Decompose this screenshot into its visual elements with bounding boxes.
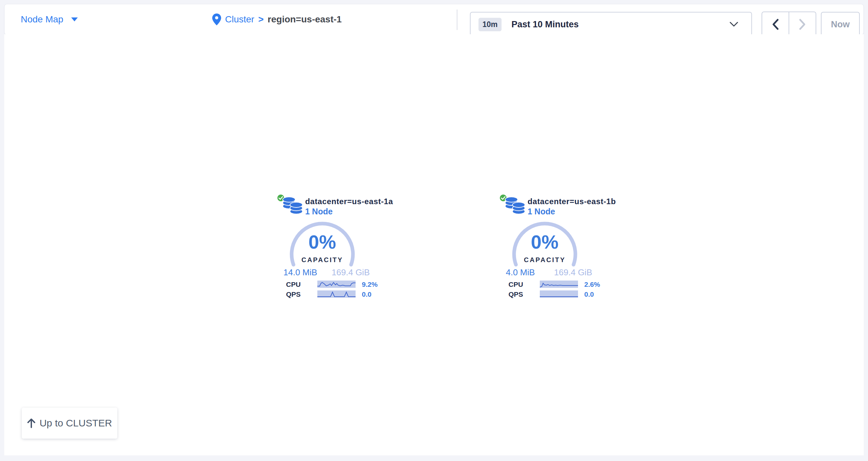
breadcrumb: Cluster > region=us-east-1	[212, 4, 342, 35]
chevron-right-icon	[798, 18, 807, 31]
capacity-gauge-arc	[508, 218, 581, 290]
qps-stat-row: QPS 0.0	[283, 290, 382, 298]
now-button[interactable]: Now	[821, 12, 860, 37]
view-selector-label[interactable]: Node Map	[21, 14, 63, 25]
qps-label: QPS	[286, 290, 301, 298]
cpu-stat-row: CPU 2.6%	[506, 281, 605, 289]
caret-down-icon	[71, 18, 78, 22]
up-to-cluster-label: Up to CLUSTER	[39, 418, 112, 429]
capacity-gauge-arc	[286, 218, 359, 290]
time-prev-button[interactable]	[762, 12, 788, 37]
cpu-label: CPU	[286, 281, 301, 289]
chevron-left-icon	[771, 18, 780, 31]
qps-stat-row: QPS 0.0	[506, 290, 605, 298]
capacity-total: 169.4 GiB	[554, 267, 592, 277]
top-bar: Node Map Cluster > region=us-east-1 10m …	[4, 4, 864, 35]
capacity-values: 4.0 MiB 169.4 GiB	[506, 267, 592, 277]
topbar-divider	[457, 9, 457, 30]
locality-node-count[interactable]: 1 Node	[528, 207, 555, 216]
cpu-sparkline	[317, 281, 355, 288]
chevron-down-icon	[730, 22, 738, 27]
cpu-label: CPU	[508, 281, 523, 289]
capacity-percent: 0%	[286, 232, 359, 252]
breadcrumb-cluster-link[interactable]: Cluster	[225, 14, 254, 25]
database-stack-icon	[282, 195, 303, 216]
location-pin-icon	[212, 13, 221, 25]
locality-title: datacenter=us-east-1a	[305, 197, 393, 206]
up-to-cluster-button[interactable]: Up to CLUSTER	[22, 408, 117, 439]
qps-label: QPS	[508, 290, 523, 298]
qps-sparkline	[540, 290, 578, 298]
node-map-page: Node Map Cluster > region=us-east-1 10m …	[0, 0, 868, 461]
locality-us-east-1b[interactable]: datacenter=us-east-1b 1 Node 0% CAPACITY…	[492, 193, 601, 305]
database-stack-icon	[504, 195, 526, 216]
locality-node-count[interactable]: 1 Node	[305, 207, 333, 216]
node-map-canvas: datacenter=us-east-1a 1 Node 0% CAPACITY…	[4, 34, 864, 455]
capacity-percent: 0%	[508, 232, 581, 252]
time-range-dropdown[interactable]: 10m Past 10 Minutes	[470, 12, 752, 37]
time-next-button[interactable]	[788, 12, 816, 37]
qps-value: 0.0	[584, 290, 594, 298]
cpu-value: 2.6%	[584, 281, 600, 289]
qps-value: 0.0	[362, 290, 371, 298]
locality-title: datacenter=us-east-1b	[528, 197, 616, 206]
arrow-up-icon	[27, 418, 36, 428]
capacity-label: CAPACITY	[286, 256, 359, 264]
breadcrumb-current: region=us-east-1	[268, 14, 342, 25]
capacity-values: 14.0 MiB 169.4 GiB	[283, 267, 370, 277]
capacity-total: 169.4 GiB	[332, 267, 370, 277]
time-range-label: Past 10 Minutes	[512, 20, 579, 30]
time-range-badge: 10m	[478, 18, 501, 31]
locality-us-east-1a[interactable]: datacenter=us-east-1a 1 Node 0% CAPACITY…	[270, 193, 378, 305]
capacity-label: CAPACITY	[508, 256, 581, 264]
cpu-stat-row: CPU 9.2%	[283, 281, 382, 289]
cpu-value: 9.2%	[362, 281, 378, 289]
capacity-used: 4.0 MiB	[506, 267, 535, 277]
cpu-sparkline	[540, 281, 578, 288]
capacity-used: 14.0 MiB	[283, 267, 317, 277]
breadcrumb-separator: >	[258, 14, 264, 25]
qps-sparkline	[317, 290, 355, 298]
view-selector-dropdown[interactable]: Node Map	[21, 4, 78, 35]
time-nav-group	[762, 11, 816, 37]
